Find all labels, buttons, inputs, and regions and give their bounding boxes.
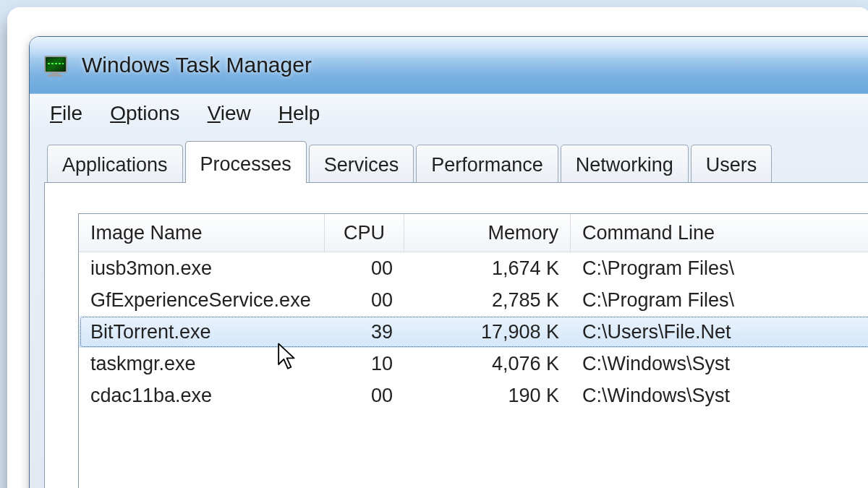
- tab-users[interactable]: Users: [691, 145, 773, 184]
- menubar: File Options View Help: [30, 94, 868, 134]
- cell-mem: 190 K: [404, 385, 571, 407]
- tab-services[interactable]: Services: [309, 145, 414, 184]
- cell-cpu: 39: [325, 321, 404, 343]
- cell-name: BitTorrent.exe: [79, 321, 325, 343]
- table-row[interactable]: cdac11ba.exe00190 KC:\Windows\Syst: [79, 380, 868, 411]
- cell-mem: 17,908 K: [404, 321, 571, 343]
- menu-options[interactable]: Options: [110, 102, 180, 125]
- cell-cpu: 00: [325, 385, 404, 407]
- cell-cmd: C:\Program Files\: [571, 289, 868, 312]
- tabstrip: Applications Processes Services Performa…: [44, 142, 868, 183]
- task-manager-window: Windows Task Manager File Options View H…: [29, 36, 868, 488]
- process-listview[interactable]: Image Name CPU Memory Command Line iusb3…: [78, 213, 868, 488]
- tab-performance[interactable]: Performance: [416, 145, 558, 184]
- column-cpu[interactable]: CPU: [325, 214, 404, 252]
- task-manager-icon: [44, 54, 69, 76]
- cell-cmd: C:\Users\File.Net: [571, 321, 868, 343]
- processes-panel: Image Name CPU Memory Command Line iusb3…: [44, 182, 868, 488]
- tab-applications[interactable]: Applications: [47, 145, 183, 184]
- tab-networking[interactable]: Networking: [561, 145, 689, 184]
- cell-name: taskmgr.exe: [79, 353, 325, 375]
- menu-view[interactable]: View: [208, 102, 251, 125]
- cell-cpu: 00: [325, 257, 404, 280]
- cell-cmd: C:\Windows\Syst: [571, 353, 868, 375]
- tab-processes[interactable]: Processes: [185, 141, 307, 183]
- cell-name: cdac11ba.exe: [79, 385, 325, 407]
- listview-body: iusb3mon.exe001,674 KC:\Program Files\Gf…: [79, 252, 868, 411]
- titlebar[interactable]: Windows Task Manager: [30, 37, 868, 94]
- menu-file[interactable]: File: [50, 102, 82, 125]
- cell-cmd: C:\Windows\Syst: [571, 385, 868, 407]
- cell-mem: 2,785 K: [404, 289, 571, 312]
- client-area: Applications Processes Services Performa…: [30, 132, 868, 488]
- table-row[interactable]: GfExperienceService.exe002,785 KC:\Progr…: [79, 284, 868, 316]
- column-memory[interactable]: Memory: [404, 214, 571, 252]
- column-image-name[interactable]: Image Name: [79, 214, 325, 252]
- outer-frame: Windows Task Manager File Options View H…: [7, 7, 868, 488]
- column-command[interactable]: Command Line: [571, 214, 868, 252]
- table-row[interactable]: taskmgr.exe104,076 KC:\Windows\Syst: [79, 348, 868, 380]
- cell-name: GfExperienceService.exe: [79, 289, 325, 312]
- cell-cpu: 00: [325, 289, 404, 312]
- menu-help[interactable]: Help: [278, 102, 320, 125]
- table-row[interactable]: iusb3mon.exe001,674 KC:\Program Files\: [79, 252, 868, 284]
- table-row[interactable]: BitTorrent.exe3917,908 KC:\Users\File.Ne…: [79, 316, 868, 348]
- cell-cpu: 10: [325, 353, 404, 375]
- cell-cmd: C:\Program Files\: [571, 257, 868, 280]
- cell-name: iusb3mon.exe: [79, 257, 325, 280]
- listview-header: Image Name CPU Memory Command Line: [79, 214, 868, 252]
- cell-mem: 4,076 K: [404, 353, 571, 375]
- window-title: Windows Task Manager: [82, 53, 312, 77]
- cell-mem: 1,674 K: [404, 257, 571, 280]
